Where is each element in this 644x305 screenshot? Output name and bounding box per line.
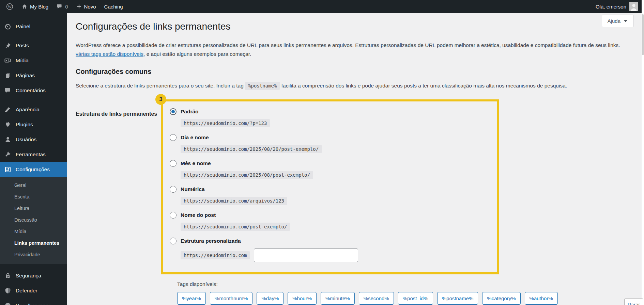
option-label: Mês e nome [181,160,211,166]
tag-button[interactable]: %post_id% [398,292,433,305]
option-label: Numérica [181,186,205,192]
sidebar-item-label: Recolher menu [16,303,51,305]
submenu-item-media[interactable]: Mídia [0,226,67,237]
example-url: https://seudominio.com/arquivos/123 [181,197,287,205]
submenu-label: Links permanentes [14,240,59,246]
help-button[interactable]: Ajuda [602,15,633,27]
option-label: Nome do post [181,212,216,218]
available-tags-link[interactable]: várias tags estão disponíveis [76,51,143,57]
wrench-icon [4,151,11,158]
tag-button[interactable]: %second% [359,292,394,305]
sidebar-item-label: Segurança [16,273,41,279]
tag-button[interactable]: %minute% [321,292,355,305]
submenu-item-privacy[interactable]: Privacidade [0,249,67,260]
lock-check-icon [4,272,11,279]
scrollbar[interactable] [642,0,644,305]
sidebar-item-comments[interactable]: Comentários [0,83,67,98]
admin-bar: W My Blog 0 Novo [0,0,642,13]
sidebar-item-security[interactable]: Segurança [0,268,67,283]
admin-bar-account[interactable]: Olá, emerson [596,2,642,11]
permalink-option-month-name: Mês e nome https://seudominio.com/2025/0… [170,160,497,179]
radio-button[interactable] [170,134,177,141]
submenu-item-permalinks[interactable]: Links permanentes [0,237,67,249]
sidebar-item-label: Páginas [16,73,35,79]
sidebar-item-plugins[interactable]: Plugins [0,117,67,132]
permalink-structure-row: Estrutura de links permanentes 3 Padrão … [76,99,631,274]
sidebar-item-posts[interactable]: Posts [0,38,67,53]
sidebar-item-label: Configurações [16,166,50,173]
stop-recording-button[interactable]: Parar [624,299,643,305]
comments-shortcut[interactable]: 0 [53,0,71,13]
user-icon [4,136,11,143]
postname-tag-code: %postname% [245,82,280,90]
tag-button[interactable]: %hour% [288,292,317,305]
shield-icon [4,287,11,294]
settings-sliders-icon [4,166,11,173]
intro-text-2: , e aqui estão alguns exemplos para come… [143,51,251,57]
site-name: My Blog [30,4,48,10]
comments-count: 0 [65,4,68,10]
option-label: Padrão [181,109,199,115]
sidebar-item-label: Posts [16,43,29,49]
new-content-menu[interactable]: Novo [73,0,99,13]
submenu-item-discussion[interactable]: Discussão [0,214,67,226]
tag-button[interactable]: %author% [525,292,558,305]
sidebar-item-label: Aparência [16,107,40,113]
submenu-item-writing[interactable]: Escrita [0,191,67,203]
sidebar-item-label: Painel [16,23,30,30]
intro-text-1: WordPress oferece a possibilidade de cri… [76,42,620,48]
tag-button[interactable]: %day% [257,292,283,305]
sidebar-item-users[interactable]: Usuários [0,132,67,147]
url-prefix: https://seudominio.com [181,251,250,259]
wordpress-logo-icon: W [6,3,13,10]
wordpress-logo-menu[interactable]: W [3,0,17,13]
sidebar-separator [0,98,67,102]
sidebar-item-media[interactable]: Mídia [0,53,67,68]
sidebar-item-tools[interactable]: Ferramentas [0,147,67,162]
radio-button[interactable] [170,238,177,244]
chevron-down-icon [624,20,628,22]
option-row-post-name[interactable]: Nome do post [170,212,497,219]
sidebar-item-collapse-menu[interactable]: Recolher menu [0,298,67,305]
comment-bubble-icon [57,3,63,10]
site-name-link[interactable]: My Blog [18,0,52,13]
sidebar-item-dashboard[interactable]: Painel [0,19,67,34]
tag-button[interactable]: %monthnum% [210,292,253,305]
avatar [629,2,638,11]
tag-button[interactable]: %year% [177,292,206,305]
comments-icon [4,87,11,94]
option-row-default[interactable]: Padrão [170,108,497,115]
media-icon [4,57,11,64]
option-row-numeric[interactable]: Numérica [170,186,497,193]
tag-button[interactable]: %postname% [437,292,478,305]
radio-button[interactable] [170,186,177,193]
example-url: https://seudominio.com/?p=123 [181,119,270,127]
select-text-1: Selecione a estrutura de links permanent… [76,83,245,89]
radio-button[interactable] [170,212,177,219]
permalink-option-custom: Estrutura personalizada https://seudomin… [170,238,497,262]
wordpress-admin-page: W My Blog 0 Novo [0,0,644,305]
sidebar-item-label: Mídia [16,58,29,64]
sidebar-item-pages[interactable]: Páginas [0,68,67,83]
tag-button[interactable]: %category% [482,292,520,305]
sidebar-item-defender[interactable]: Defender [0,283,67,298]
common-settings-heading: Configurações comuns [76,68,631,76]
sidebar-item-settings[interactable]: Configurações [0,162,67,177]
option-label: Estrutura personalizada [181,238,241,244]
option-row-month-name[interactable]: Mês e nome [170,160,497,167]
dashboard-icon [4,23,11,30]
example-url: https://seudominio.com/post-exemplo/ [181,223,290,231]
scrollbar-thumb[interactable] [642,14,644,55]
radio-button[interactable] [170,108,177,115]
sidebar-item-label: Ferramentas [16,151,46,158]
plus-icon [76,4,82,9]
radio-button[interactable] [170,160,177,167]
caching-menu[interactable]: Caching [101,0,126,13]
sidebar-item-appearance[interactable]: Aparência [0,102,67,117]
custom-structure-input[interactable] [254,248,358,262]
option-row-day-name[interactable]: Dia e nome [170,134,497,141]
submenu-label: Mídia [14,229,26,234]
option-row-custom[interactable]: Estrutura personalizada [170,238,497,244]
submenu-item-reading[interactable]: Leitura [0,203,67,214]
submenu-item-general[interactable]: Geral [0,179,67,191]
